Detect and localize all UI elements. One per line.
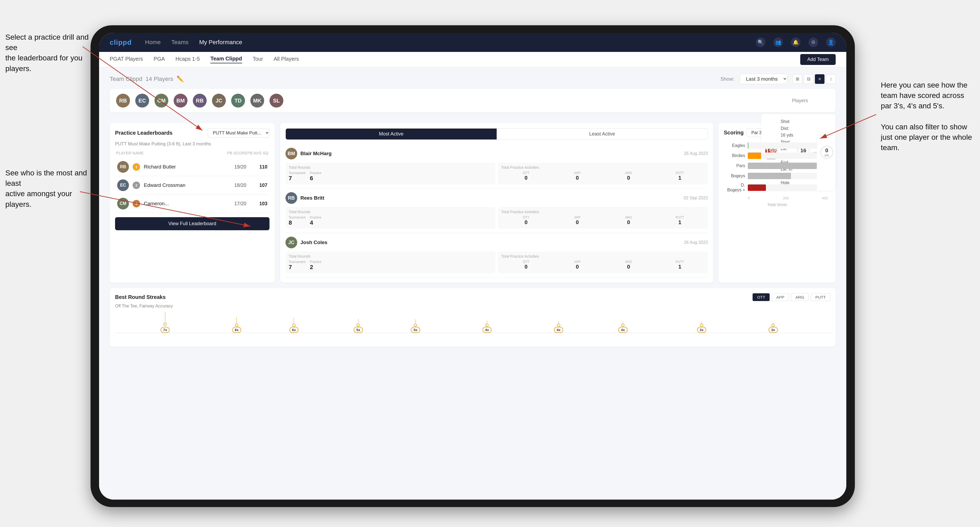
streaks-filters: OTT APP ARG PUTT [752,293,830,301]
player-card-1: BM Blair McHarg 26 Aug 2023 Total Rounds… [285,144,708,189]
dot-4x-1: 4x [482,321,492,333]
app-filter-button[interactable]: APP [772,293,789,301]
player-avatar-6[interactable]: JC [212,94,226,108]
player-avatar-4[interactable]: BM [173,94,188,108]
profile-icon[interactable]: 👤 [826,38,836,47]
pc-avatar-2: RB [285,192,297,204]
end-circle: 0 yds [821,146,833,159]
leaderboard-subtitle: PUTT Must Make Putting (3-6 ft), Last 3 … [115,141,269,147]
lb-name-1: Richard Butler [144,164,231,170]
sub-nav-hcaps[interactable]: Hcaps 1-5 [175,56,200,63]
sub-nav: PGAT Players PGA Hcaps 1-5 Team Clippd T… [99,52,846,67]
annotation-right: Here you can see how the team have score… [881,80,972,153]
lb-avg-3: 103 [254,201,267,206]
pc-name-3: Josh Coles [301,240,681,245]
sort-view[interactable]: ↕ [826,74,836,84]
pc-name-2: Rees Britt [301,195,680,201]
dot-4x-2: 4x [554,321,563,333]
bar-row-pars: Pars 499 [727,163,828,169]
dot-5x-2: 5x [411,319,420,333]
most-active-toggle[interactable]: Most Active [286,129,497,140]
search-icon[interactable]: 🔍 [756,38,765,47]
team-title: Team Clippd 14 Players ✏️ [110,76,184,83]
tablet-device: clippd Home Teams My Performance 🔍 👥 🔔 ⚙… [91,25,855,507]
lb-row-3: CM 3 Cameron... 17/20 103 [115,195,269,213]
dot-6x-1: 6x [232,317,241,333]
nav-icons: 🔍 👥 🔔 ⚙ 👤 [756,38,836,47]
annotation-top-left: Select a practice drill and see the lead… [5,32,91,74]
streaks-panel: Best Round Streaks OTT APP ARG PUTT Off … [110,288,836,346]
toggle-row: Most Active Least Active [285,128,708,140]
three-col-grid: Practice Leaderboards PUTT Must Make Put… [110,123,836,283]
view-icons: ⊞ ⊟ ≡ ↕ [792,74,836,84]
grid-large-view[interactable]: ⊞ [792,74,802,84]
nav-teams[interactable]: Teams [171,39,189,46]
lb-row-2: EC 2 Edward Crossman 18/20 107 [115,176,269,195]
dot-5x-1: 5x [354,319,363,333]
total-shots-label: Total Shots [727,202,828,207]
dot-3x-2: 3x [768,322,778,333]
dot-6x-2: 6x [289,318,298,333]
streaks-subtitle: Off The Tee, Fairway Accuracy [115,304,830,308]
bar-fill-pars [748,163,817,169]
player-avatar-7[interactable]: TD [231,94,245,108]
player-card-2: RB Rees Britt 02 Sep 2023 Total Rounds T… [285,189,708,233]
pc-name-1: Blair McHarg [301,151,681,157]
player-avatar-2[interactable]: EC [135,94,149,108]
ott-filter-button[interactable]: OTT [752,293,770,301]
sub-nav-all-players[interactable]: All Players [274,56,299,63]
nav-my-performance[interactable]: My Performance [199,39,242,46]
lb-avg-2: 107 [254,183,267,188]
nav-bar: clippd Home Teams My Performance 🔍 👥 🔔 ⚙… [99,33,846,52]
nav-home[interactable]: Home [145,39,161,46]
player-avatar-1[interactable]: RB [116,94,130,108]
putt-filter-button[interactable]: PUTT [811,293,830,301]
period-select[interactable]: Last 3 months [740,74,787,84]
bell-icon[interactable]: 🔔 [791,38,800,47]
arg-filter-button[interactable]: ARG [791,293,809,301]
team-header: Team Clippd 14 Players ✏️ Show: Last 3 m… [110,74,836,84]
players-label: Players [792,98,808,103]
team-player-count: 14 Players [146,76,173,82]
add-team-button[interactable]: Add Team [800,54,836,65]
bar-row-birdies: Birdies 96 [727,152,828,159]
streaks-header: Best Round Streaks OTT APP ARG PUTT [115,293,830,301]
least-active-toggle[interactable]: Least Active [497,129,708,140]
bar-fill-bogeys [748,173,791,179]
player-avatar-3[interactable]: CM [154,94,168,108]
team-actions: Show: Last 3 months ⊞ ⊟ ≡ ↕ [720,74,836,84]
users-icon[interactable]: 👥 [773,38,783,47]
bar-axis: 0 200 400 [727,196,828,200]
streaks-title: Best Round Streaks [115,294,165,300]
pc-date-2: 02 Sep 2023 [684,195,708,200]
pc-date-3: 26 Aug 2023 [684,240,708,245]
player-avatar-8[interactable]: MK [250,94,264,108]
timeline-line [115,333,830,333]
lb-rank-3: 3 [133,200,140,207]
lb-score-2: 18/20 [234,183,250,188]
sub-nav-pgat[interactable]: PGAT Players [110,56,143,63]
nav-links: Home Teams My Performance [145,39,743,46]
show-label: Show: [720,76,735,82]
list-view[interactable]: ≡ [815,74,824,84]
lb-rank-2: 2 [133,181,140,189]
lb-avg-1: 110 [254,164,267,170]
grid-small-view[interactable]: ⊟ [804,74,813,84]
lb-score-1: 19/20 [234,164,250,170]
bar-fill-eagles [748,142,748,149]
dot-7x-1: 7x [161,312,170,333]
sub-nav-team-clippd[interactable]: Team Clippd [210,56,242,63]
drill-select[interactable]: PUTT Must Make Putt... [208,128,269,138]
settings-icon[interactable]: ⚙ [808,38,818,47]
leaderboard-panel: Practice Leaderboards PUTT Must Make Put… [110,123,275,283]
sub-nav-pga[interactable]: PGA [154,56,165,63]
player-avatar-5[interactable]: RB [193,94,207,108]
sub-nav-tour[interactable]: Tour [253,56,263,63]
player-avatar-9[interactable]: SL [269,94,283,108]
lb-score-3: 17/20 [234,201,250,206]
bar-row-eagles: Eagles 3 [727,142,828,149]
lb-avatar-3: CM [117,198,129,210]
view-full-leaderboard-button[interactable]: View Full Leaderboard [115,217,269,230]
timeline-chart: 7x 6x 6x [115,312,830,344]
main-content: Team Clippd 14 Players ✏️ Show: Last 3 m… [99,67,846,500]
